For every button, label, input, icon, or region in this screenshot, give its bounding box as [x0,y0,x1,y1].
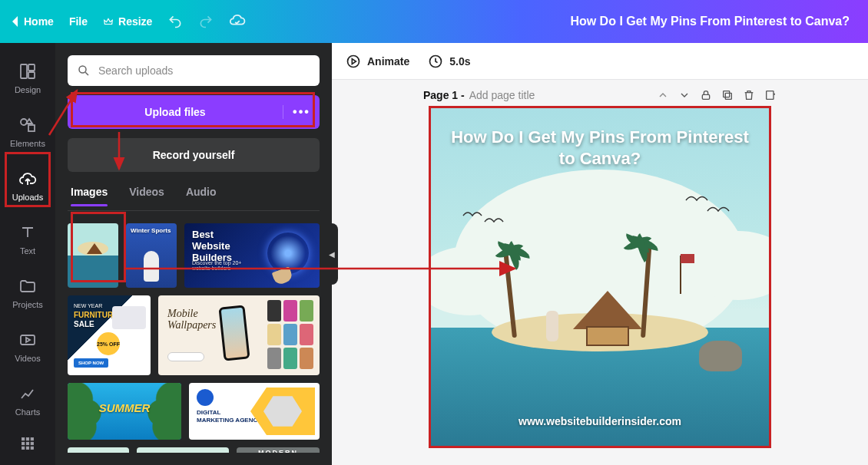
artwork-title[interactable]: How Do I Get My Pins From Pinterest to C… [431,127,769,169]
search-field[interactable] [68,55,320,86]
svg-rect-10 [26,442,28,444]
video-icon [18,331,37,349]
upload-tabs: Images Videos Audio [68,181,320,211]
page-down-button[interactable] [678,89,691,101]
svg-rect-13 [26,447,28,449]
upload-thumb-wallpapers[interactable]: Mobile Wallpapers [158,295,320,375]
tab-videos[interactable]: Videos [129,186,164,206]
svg-rect-14 [31,447,33,449]
duplicate-button[interactable] [721,89,734,101]
animate-label: Animate [367,55,409,68]
svg-rect-4 [28,125,35,131]
crown-icon [103,16,114,27]
tab-audio[interactable]: Audio [186,186,217,206]
sidebar-label: Projects [12,300,43,309]
duration-label: 5.0s [449,55,470,68]
upload-thumb-website[interactable]: Best Website Builders Discover the top 2… [184,223,320,288]
sidebar-label: Videos [15,354,40,363]
delete-button[interactable] [743,89,755,101]
svg-rect-12 [22,447,25,449]
sidebar-item-uploads[interactable]: Uploads [0,160,55,212]
cloud-upload-icon [18,170,37,188]
sidebar-label: Charts [15,407,40,417]
folder-icon [18,277,37,295]
sidebar-item-charts[interactable]: Charts [0,374,55,427]
back-chevron-icon [12,16,18,27]
sidebar-item-projects[interactable]: Projects [0,267,55,319]
svg-point-15 [79,66,86,73]
svg-rect-18 [702,94,709,99]
text-icon [18,223,37,242]
svg-rect-1 [28,64,35,71]
upload-thumb-agency[interactable]: DIGITAL MARKETING AGENCY [189,383,320,440]
upload-thumb-island[interactable] [68,223,118,288]
resize-menu[interactable]: Resize [103,15,152,28]
svg-rect-6 [22,438,25,440]
svg-point-16 [348,55,359,67]
bird-icon [684,193,738,223]
sidebar-label: Uploads [12,193,43,202]
svg-rect-11 [31,442,33,444]
artwork-footer[interactable]: www.websitebuilderinsider.com [431,415,769,427]
grid-icon [20,436,35,451]
page-up-button[interactable] [657,89,669,101]
upload-thumb-summer[interactable]: SUMMER [68,383,181,440]
uploads-grid: Winter Sports Best Website Builders Disc… [68,223,320,453]
svg-rect-20 [724,91,730,97]
uploads-panel: Upload files ••• Record yourself Images … [55,43,332,465]
upload-more-button[interactable]: ••• [283,105,320,119]
layout-icon [18,62,37,81]
shapes-icon [18,116,37,134]
add-page-button[interactable] [764,89,777,101]
top-bar: Home File Resize How Do I Get My Pins Fr… [0,0,868,43]
page-title-input[interactable]: Add page title [469,89,652,101]
sidebar-item-apps[interactable] [0,428,55,459]
search-input[interactable] [98,64,310,77]
file-menu[interactable]: File [69,15,88,28]
tab-images[interactable]: Images [71,186,108,206]
animate-button[interactable]: Animate [346,54,409,69]
upload-files-button[interactable]: Upload files ••• [68,95,320,129]
home-button[interactable]: Home [12,15,54,28]
canvas-toolbar: Animate 5.0s [332,43,868,80]
upload-thumb-b[interactable] [137,447,229,453]
hut [573,291,642,345]
canvas-area: Animate 5.0s Page 1 - Add page title [332,43,868,465]
sidebar-item-text[interactable]: Text [0,213,55,265]
upload-thumb-winter[interactable]: Winter Sports [126,223,177,288]
design-canvas[interactable]: How Do I Get My Pins From Pinterest to C… [429,106,771,448]
clock-icon [428,54,443,69]
sidebar-label: Design [15,85,41,94]
animate-icon [346,54,361,69]
rock [699,341,742,371]
sidebar-item-elements[interactable]: Elements [0,106,55,158]
sidebar-label: Text [20,246,35,256]
sidebar-label: Elements [10,139,45,148]
sidebar: Design Elements Uploads Text Projects Vi… [0,43,55,465]
duration-button[interactable]: 5.0s [428,54,470,69]
lock-button[interactable] [700,89,712,101]
upload-files-label[interactable]: Upload files [68,106,283,118]
resize-label: Resize [118,15,152,28]
svg-rect-8 [31,438,33,440]
record-yourself-button[interactable]: Record yourself [68,138,320,172]
panel-collapse-handle[interactable]: ◀ [326,223,338,285]
svg-rect-2 [28,72,35,78]
cloud-sync-icon[interactable] [229,13,246,30]
chart-icon [18,384,37,403]
document-title[interactable]: How Do I Get My Pins From Pinterest to C… [570,15,856,28]
svg-rect-7 [26,438,28,440]
upload-thumb-furniture[interactable]: NEW YEAR FURNITURE SALE 25% OFF SHOP NOW [68,295,151,375]
redo-button[interactable] [198,14,214,29]
bird-icon [462,208,508,231]
svg-rect-19 [725,93,731,99]
sidebar-item-design[interactable]: Design [0,52,55,104]
home-label: Home [24,15,54,28]
svg-rect-5 [21,335,35,345]
svg-rect-0 [21,64,27,78]
upload-thumb-a[interactable] [68,447,129,453]
upload-thumb-modern[interactable]: MODERN [237,447,320,453]
sidebar-item-videos[interactable]: Videos [0,321,55,373]
undo-button[interactable] [167,14,183,29]
svg-rect-21 [767,91,774,100]
